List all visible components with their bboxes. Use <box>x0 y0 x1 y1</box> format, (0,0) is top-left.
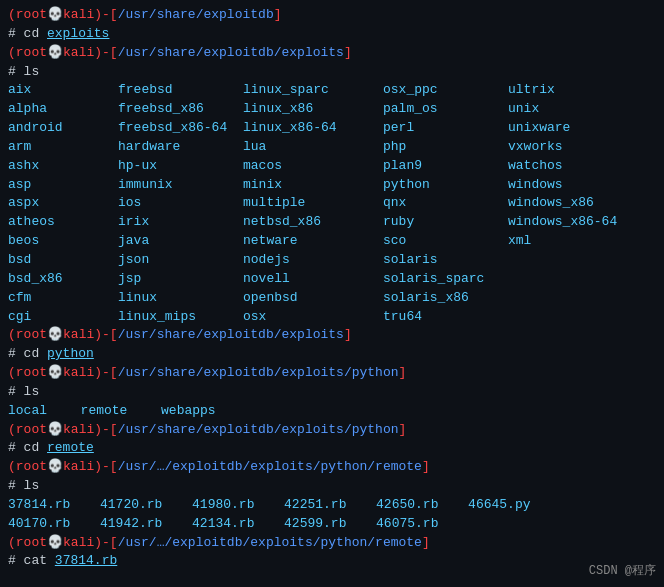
prompt-close-bracket-2: ] <box>344 44 352 63</box>
line-4b: # ls <box>8 383 656 402</box>
ls-item: jsp <box>118 270 243 289</box>
prompt-skull-2: 💀 <box>47 44 63 63</box>
ls-item: json <box>118 251 243 270</box>
ls-item: linux_mips <box>118 308 243 327</box>
prompt-skull-4: 💀 <box>47 364 63 383</box>
ls-item: windows_x86-64 <box>508 213 633 232</box>
prompt-hash-2: # <box>8 63 24 82</box>
ls-item: osx_ppc <box>383 81 508 100</box>
prompt-kali-4: kali <box>63 364 94 383</box>
prompt-hash-5: # <box>8 439 24 458</box>
ls-item: vxworks <box>508 138 633 157</box>
prompt-skull-5: 💀 <box>47 421 63 440</box>
ls-item: netbsd_x86 <box>243 213 383 232</box>
file-42251rb: 42251.rb <box>284 496 362 515</box>
ls-item: java <box>118 232 243 251</box>
ls-item: cfm <box>8 289 118 308</box>
prompt-skull-3: 💀 <box>47 326 63 345</box>
file-41980rb: 41980.rb <box>192 496 270 515</box>
ls-item: linux_x86 <box>243 100 383 119</box>
ls-item: unix <box>508 100 633 119</box>
ls-item: ios <box>118 194 243 213</box>
ls-item: qnx <box>383 194 508 213</box>
cmd-ls-2: ls <box>24 63 40 82</box>
cmd-arg-7: 37814.rb <box>55 552 117 571</box>
ls-item: ultrix <box>508 81 633 100</box>
terminal: (root💀kali)-[/usr/share/exploitdb] # cd … <box>0 0 664 587</box>
line-3: (root💀kali)-[/usr/share/exploitdb/exploi… <box>8 326 656 345</box>
ls-item: linux_x86-64 <box>243 119 383 138</box>
line-2b: # ls <box>8 63 656 82</box>
prompt-skull-7: 💀 <box>47 534 63 553</box>
prompt-user-6: root <box>16 458 47 477</box>
ls-item: aspx <box>8 194 118 213</box>
ls-item: plan9 <box>383 157 508 176</box>
ls-item: watchos <box>508 157 633 176</box>
ls-item: php <box>383 138 508 157</box>
cmd-arg-1: exploits <box>47 25 109 44</box>
line-5b: # cd remote <box>8 439 656 458</box>
prompt-path-1: /usr/share/exploitdb <box>118 6 274 25</box>
file-46645py: 46645.py <box>468 496 530 515</box>
line-7b: # cat 37814.rb <box>8 552 656 571</box>
cmd-ls-4: ls <box>24 383 40 402</box>
prompt-close-bracket-4: ] <box>399 364 407 383</box>
prompt-path-4: /usr/share/exploitdb/exploits/python <box>118 364 399 383</box>
prompt-user-5: root <box>16 421 47 440</box>
ls-item: macos <box>243 157 383 176</box>
ls-item: cgi <box>8 308 118 327</box>
ls-item: beos <box>8 232 118 251</box>
prompt-kali-6: kali <box>63 458 94 477</box>
prompt-hash-6: # <box>8 477 24 496</box>
prompt-close-5: )-[ <box>94 421 117 440</box>
file-42599rb: 42599.rb <box>284 515 362 534</box>
ls-item: hardware <box>118 138 243 157</box>
prompt-path-6: /usr/…/exploitdb/exploits/python/remote <box>118 458 422 477</box>
ls-item: python <box>383 176 508 195</box>
line-6: (root💀kali)-[/usr/…/exploitdb/exploits/p… <box>8 458 656 477</box>
ls-item: windows_x86 <box>508 194 633 213</box>
ls-item <box>508 308 633 327</box>
ls-item: multiple <box>243 194 383 213</box>
ls-item: lua <box>243 138 383 157</box>
prompt-kali-1: kali <box>63 6 94 25</box>
ls-item: freebsd <box>118 81 243 100</box>
ls-item: palm_os <box>383 100 508 119</box>
ls-item: atheos <box>8 213 118 232</box>
prompt-open-4: ( <box>8 364 16 383</box>
ls-item-remote: remote <box>81 402 143 421</box>
ls-item: bsd <box>8 251 118 270</box>
ls-item: windows <box>508 176 633 195</box>
prompt-hash-4: # <box>8 383 24 402</box>
ls-item: solaris_x86 <box>383 289 508 308</box>
file-42134rb: 42134.rb <box>192 515 270 534</box>
prompt-open-5: ( <box>8 421 16 440</box>
line-1: (root💀kali)-[/usr/share/exploitdb] <box>8 6 656 25</box>
prompt-close-3: )-[ <box>94 326 117 345</box>
prompt-close-2: )-[ <box>94 44 117 63</box>
prompt-path-3: /usr/share/exploitdb/exploits <box>118 326 344 345</box>
ls-item <box>508 251 633 270</box>
prompt-user-2: root <box>16 44 47 63</box>
ls-remote-row1: 37814.rb 41720.rb 41980.rb 42251.rb 4265… <box>8 496 656 515</box>
line-2: (root💀kali)-[/usr/share/exploitdb/exploi… <box>8 44 656 63</box>
cmd-arg-3: python <box>47 345 94 364</box>
ls-item: linux_sparc <box>243 81 383 100</box>
ls-python-output: local remote webapps <box>8 402 656 421</box>
prompt-path-7: /usr/…/exploitdb/exploits/python/remote <box>118 534 422 553</box>
prompt-close-7: )-[ <box>94 534 117 553</box>
prompt-hash-1: # <box>8 25 24 44</box>
ls-item: hp-ux <box>118 157 243 176</box>
file-40170rb: 40170.rb <box>8 515 86 534</box>
prompt-kali-2: kali <box>63 44 94 63</box>
prompt-user-7: root <box>16 534 47 553</box>
ls-item: unixware <box>508 119 633 138</box>
ls-item <box>508 289 633 308</box>
prompt-close-bracket-1: ] <box>274 6 282 25</box>
ls-item: solaris_sparc <box>383 270 508 289</box>
ls-item: irix <box>118 213 243 232</box>
line-5: (root💀kali)-[/usr/share/exploitdb/exploi… <box>8 421 656 440</box>
ls-item-local: local <box>8 402 63 421</box>
prompt-open-6: ( <box>8 458 16 477</box>
prompt-close-1: )-[ <box>94 6 117 25</box>
